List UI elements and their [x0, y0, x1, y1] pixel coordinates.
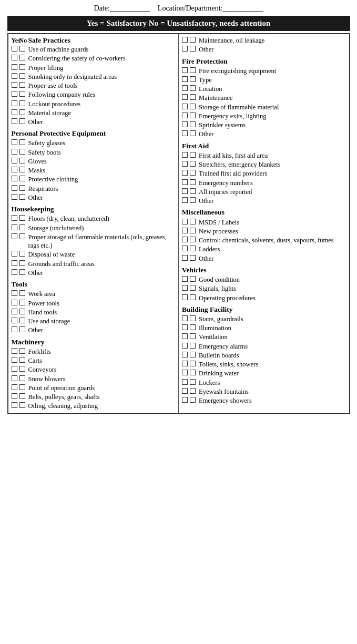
no-checkbox[interactable]	[19, 176, 25, 181]
no-checkbox[interactable]	[190, 397, 196, 403]
yes-checkbox[interactable]	[12, 290, 17, 296]
yes-checkbox[interactable]	[12, 91, 17, 97]
no-checkbox[interactable]	[19, 194, 25, 200]
no-checkbox[interactable]	[19, 260, 25, 266]
no-checkbox[interactable]	[19, 309, 25, 314]
no-checkbox[interactable]	[190, 170, 196, 176]
no-checkbox[interactable]	[190, 37, 196, 43]
no-checkbox[interactable]	[19, 109, 25, 115]
yes-checkbox[interactable]	[182, 352, 188, 357]
yes-checkbox[interactable]	[182, 37, 188, 43]
no-checkbox[interactable]	[190, 67, 196, 73]
yes-checkbox[interactable]	[182, 197, 188, 203]
no-checkbox[interactable]	[190, 237, 196, 242]
yes-checkbox[interactable]	[182, 361, 188, 366]
yes-checkbox[interactable]	[12, 215, 17, 221]
yes-checkbox[interactable]	[12, 167, 17, 172]
yes-checkbox[interactable]	[182, 255, 188, 261]
no-checkbox[interactable]	[19, 82, 25, 88]
no-checkbox[interactable]	[19, 269, 25, 275]
yes-checkbox[interactable]	[182, 219, 188, 224]
no-checkbox[interactable]	[190, 85, 196, 91]
yes-checkbox[interactable]	[182, 285, 188, 291]
yes-checkbox[interactable]	[12, 269, 17, 275]
no-checkbox[interactable]	[190, 379, 196, 385]
no-checkbox[interactable]	[190, 188, 196, 194]
no-checkbox[interactable]	[190, 315, 196, 321]
yes-checkbox[interactable]	[12, 402, 17, 408]
no-checkbox[interactable]	[190, 361, 196, 366]
yes-checkbox[interactable]	[182, 246, 188, 251]
yes-checkbox[interactable]	[12, 233, 17, 239]
no-checkbox[interactable]	[190, 246, 196, 251]
no-checkbox[interactable]	[190, 113, 196, 118]
no-checkbox[interactable]	[19, 149, 25, 155]
no-checkbox[interactable]	[190, 255, 196, 261]
yes-checkbox[interactable]	[12, 185, 17, 191]
yes-checkbox[interactable]	[182, 161, 188, 167]
yes-checkbox[interactable]	[12, 326, 17, 332]
yes-checkbox[interactable]	[182, 315, 188, 321]
no-checkbox[interactable]	[19, 64, 25, 70]
no-checkbox[interactable]	[19, 366, 25, 372]
yes-checkbox[interactable]	[182, 76, 188, 82]
yes-checkbox[interactable]	[12, 224, 17, 230]
yes-checkbox[interactable]	[12, 176, 17, 181]
yes-checkbox[interactable]	[12, 194, 17, 200]
yes-checkbox[interactable]	[12, 139, 17, 145]
yes-checkbox[interactable]	[182, 121, 188, 127]
yes-checkbox[interactable]	[12, 109, 17, 115]
yes-checkbox[interactable]	[182, 388, 188, 394]
yes-checkbox[interactable]	[182, 276, 188, 282]
no-checkbox[interactable]	[190, 76, 196, 82]
no-checkbox[interactable]	[190, 152, 196, 158]
yes-checkbox[interactable]	[182, 397, 188, 403]
yes-checkbox[interactable]	[12, 73, 17, 79]
no-checkbox[interactable]	[190, 197, 196, 203]
yes-checkbox[interactable]	[182, 170, 188, 176]
yes-checkbox[interactable]	[12, 55, 17, 60]
yes-checkbox[interactable]	[182, 228, 188, 233]
no-checkbox[interactable]	[190, 285, 196, 291]
yes-checkbox[interactable]	[12, 348, 17, 354]
no-checkbox[interactable]	[19, 393, 25, 399]
no-checkbox[interactable]	[190, 333, 196, 339]
no-checkbox[interactable]	[19, 46, 25, 52]
no-checkbox[interactable]	[190, 130, 196, 136]
yes-checkbox[interactable]	[182, 130, 188, 136]
no-checkbox[interactable]	[190, 370, 196, 375]
no-checkbox[interactable]	[190, 352, 196, 357]
yes-checkbox[interactable]	[182, 188, 188, 194]
no-checkbox[interactable]	[19, 402, 25, 408]
yes-checkbox[interactable]	[12, 357, 17, 363]
no-checkbox[interactable]	[190, 228, 196, 233]
yes-checkbox[interactable]	[182, 46, 188, 52]
no-checkbox[interactable]	[190, 324, 196, 330]
no-checkbox[interactable]	[190, 94, 196, 100]
yes-checkbox[interactable]	[12, 318, 17, 323]
yes-checkbox[interactable]	[12, 384, 17, 390]
no-checkbox[interactable]	[19, 224, 25, 230]
no-checkbox[interactable]	[190, 294, 196, 300]
yes-checkbox[interactable]	[182, 104, 188, 109]
yes-checkbox[interactable]	[182, 94, 188, 100]
no-checkbox[interactable]	[19, 348, 25, 354]
yes-checkbox[interactable]	[12, 82, 17, 88]
yes-checkbox[interactable]	[12, 118, 17, 124]
no-checkbox[interactable]	[190, 104, 196, 109]
no-checkbox[interactable]	[19, 91, 25, 97]
no-checkbox[interactable]	[19, 357, 25, 363]
no-checkbox[interactable]	[19, 158, 25, 163]
yes-checkbox[interactable]	[12, 251, 17, 257]
yes-checkbox[interactable]	[182, 379, 188, 385]
no-checkbox[interactable]	[190, 179, 196, 185]
no-checkbox[interactable]	[19, 251, 25, 257]
no-checkbox[interactable]	[190, 161, 196, 167]
no-checkbox[interactable]	[19, 375, 25, 381]
yes-checkbox[interactable]	[182, 113, 188, 118]
no-checkbox[interactable]	[19, 326, 25, 332]
yes-checkbox[interactable]	[182, 294, 188, 300]
no-checkbox[interactable]	[190, 121, 196, 127]
yes-checkbox[interactable]	[12, 260, 17, 266]
no-checkbox[interactable]	[19, 167, 25, 172]
